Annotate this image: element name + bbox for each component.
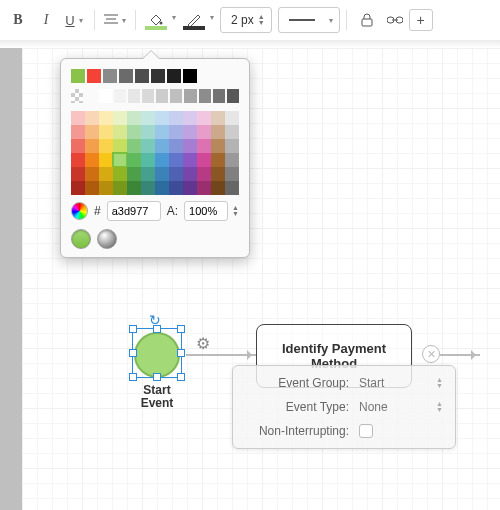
color-swatch[interactable]	[169, 139, 183, 153]
connector[interactable]	[440, 354, 480, 356]
color-swatch[interactable]	[141, 181, 155, 195]
color-swatch[interactable]	[183, 69, 197, 83]
connector[interactable]	[186, 354, 256, 356]
non-interrupting-checkbox[interactable]	[359, 424, 373, 438]
color-swatch[interactable]	[113, 139, 127, 153]
color-swatch[interactable]	[99, 167, 113, 181]
resize-handle[interactable]	[129, 349, 137, 357]
color-swatch[interactable]	[142, 89, 154, 103]
color-swatch[interactable]	[128, 89, 140, 103]
color-swatch[interactable]	[127, 139, 141, 153]
color-swatch[interactable]	[156, 89, 168, 103]
color-swatch[interactable]	[225, 167, 239, 181]
bold-button[interactable]: B	[4, 7, 32, 33]
color-swatch[interactable]	[170, 89, 182, 103]
color-swatch[interactable]	[197, 125, 211, 139]
resize-handle[interactable]	[129, 373, 137, 381]
color-wheel-icon[interactable]	[71, 202, 88, 220]
color-swatch[interactable]	[71, 181, 85, 195]
color-swatch[interactable]	[99, 153, 113, 167]
align-button[interactable]: ▾	[101, 7, 129, 33]
color-swatch[interactable]	[85, 167, 99, 181]
color-swatch[interactable]	[197, 153, 211, 167]
line-weight-select[interactable]: 2 px ▲▼	[220, 7, 272, 33]
color-swatch[interactable]	[225, 125, 239, 139]
color-swatch[interactable]	[155, 153, 169, 167]
resize-handle[interactable]	[177, 349, 185, 357]
add-button[interactable]: +	[409, 9, 433, 31]
color-swatch[interactable]	[99, 181, 113, 195]
color-swatch[interactable]	[85, 153, 99, 167]
color-swatch[interactable]	[155, 139, 169, 153]
color-swatch[interactable]	[114, 89, 126, 103]
color-swatch[interactable]	[211, 181, 225, 195]
solid-fill-mode[interactable]	[71, 229, 91, 249]
color-swatch[interactable]	[197, 139, 211, 153]
color-swatch[interactable]	[183, 167, 197, 181]
gradient-fill-mode[interactable]	[97, 229, 117, 249]
color-swatch[interactable]	[71, 167, 85, 181]
italic-button[interactable]: I	[32, 7, 60, 33]
color-swatch[interactable]	[113, 167, 127, 181]
lock-button[interactable]	[353, 7, 381, 33]
no-fill-swatch[interactable]	[71, 89, 83, 103]
event-type-select[interactable]: None ▲▼	[359, 400, 443, 414]
color-swatch[interactable]	[225, 139, 239, 153]
color-swatch[interactable]	[183, 153, 197, 167]
start-event-node[interactable]: ↻ ⚙ StartEvent	[130, 332, 184, 410]
underline-button[interactable]: U▾	[60, 7, 88, 33]
color-swatch[interactable]	[127, 125, 141, 139]
hex-input[interactable]	[107, 201, 161, 221]
color-swatch[interactable]	[197, 111, 211, 125]
color-swatch[interactable]	[199, 89, 211, 103]
color-swatch[interactable]	[155, 111, 169, 125]
color-swatch[interactable]	[99, 111, 113, 125]
color-swatch[interactable]	[211, 167, 225, 181]
color-swatch[interactable]	[211, 153, 225, 167]
color-swatch[interactable]	[211, 139, 225, 153]
color-swatch[interactable]	[71, 153, 85, 167]
fill-color-button[interactable]: ▾	[142, 7, 170, 33]
color-swatch[interactable]	[119, 69, 133, 83]
color-swatch[interactable]	[183, 125, 197, 139]
color-swatch[interactable]	[71, 139, 85, 153]
alpha-stepper[interactable]: ▲▼	[232, 205, 239, 217]
color-swatch[interactable]	[127, 167, 141, 181]
color-swatch[interactable]	[141, 125, 155, 139]
link-button[interactable]	[381, 7, 409, 33]
color-swatch[interactable]	[103, 69, 117, 83]
color-swatch[interactable]	[71, 69, 85, 83]
color-swatch[interactable]	[151, 69, 165, 83]
color-swatch[interactable]	[141, 139, 155, 153]
color-swatch[interactable]	[71, 111, 85, 125]
color-swatch[interactable]	[99, 125, 113, 139]
color-swatch[interactable]	[85, 125, 99, 139]
color-swatch[interactable]	[127, 111, 141, 125]
line-style-select[interactable]: ▾	[278, 7, 340, 33]
color-swatch[interactable]	[169, 167, 183, 181]
resize-handle[interactable]	[177, 373, 185, 381]
color-swatch[interactable]	[71, 125, 85, 139]
stroke-color-button[interactable]: ▾	[180, 7, 208, 33]
delete-connector-button[interactable]: ✕	[422, 345, 440, 363]
color-swatch[interactable]	[141, 153, 155, 167]
color-swatch[interactable]	[113, 153, 127, 167]
color-swatch[interactable]	[127, 181, 141, 195]
resize-handle[interactable]	[129, 325, 137, 333]
color-swatch[interactable]	[127, 153, 141, 167]
color-swatch[interactable]	[113, 125, 127, 139]
color-swatch[interactable]	[99, 89, 111, 103]
resize-handle[interactable]	[177, 325, 185, 333]
color-swatch[interactable]	[99, 139, 113, 153]
color-swatch[interactable]	[169, 181, 183, 195]
color-swatch[interactable]	[155, 125, 169, 139]
gear-icon[interactable]: ⚙	[196, 334, 210, 353]
alpha-input[interactable]	[184, 201, 228, 221]
color-swatch[interactable]	[141, 167, 155, 181]
resize-handle[interactable]	[153, 325, 161, 333]
color-swatch[interactable]	[113, 181, 127, 195]
color-swatch[interactable]	[85, 111, 99, 125]
color-swatch[interactable]	[184, 89, 196, 103]
color-swatch[interactable]	[227, 89, 239, 103]
color-swatch[interactable]	[85, 181, 99, 195]
